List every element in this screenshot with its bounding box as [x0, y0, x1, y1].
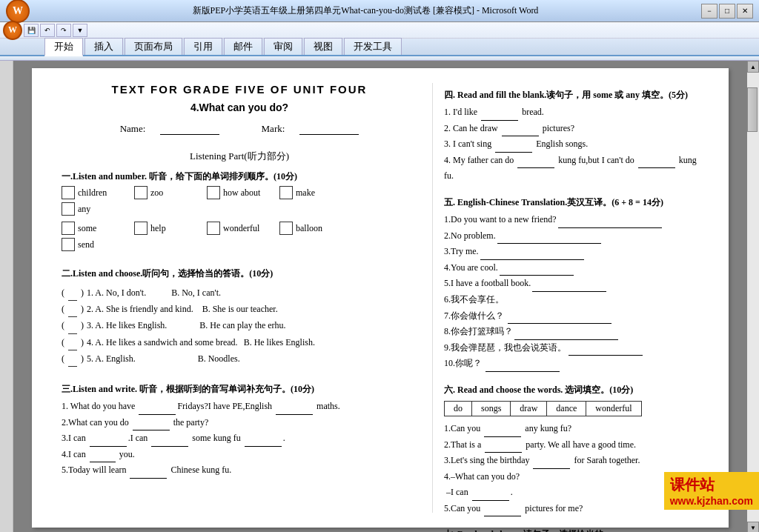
scroll-thumb[interactable] — [747, 87, 758, 132]
tab-review[interactable]: 审阅 — [264, 38, 302, 55]
section1-title: 一.Listen and number. 听音，给下面的单词排列顺序。(10分) — [62, 170, 417, 183]
restore-button[interactable]: □ — [719, 4, 735, 19]
choice-a: 5. A. English. — [87, 352, 136, 366]
word-box — [62, 186, 75, 199]
section5-item7: 7.你会做什么？ — [444, 308, 699, 325]
word-make: make — [296, 187, 315, 199]
title-bar-title: 新版PEP小学英语五年级上册第四单元What-can-you-do测试卷 [兼容… — [30, 4, 701, 17]
paren-left: ( — [62, 302, 64, 316]
tab-reference[interactable]: 引用 — [184, 38, 222, 55]
watermark-line1: 课件站 — [670, 475, 753, 495]
word-item-send: send — [62, 238, 128, 251]
section6-item3: 3.Let's sing the birthday for Sarah toge… — [444, 453, 699, 469]
tab-view[interactable]: 视图 — [304, 38, 342, 55]
section4-item4: 4. My father can do kung fu,but I can't … — [444, 153, 699, 184]
scroll-track[interactable] — [747, 73, 759, 522]
section3-item1: 1. What do you have Fridays?I have PE,En… — [62, 399, 417, 415]
choice-b: B. Noodles. — [198, 352, 240, 366]
title-bar: W 新版PEP小学英语五年级上册第四单元What-can-you-do测试卷 [… — [0, 0, 759, 22]
section6-title: 六. Read and choose the words. 选词填空。(10分) — [444, 384, 699, 396]
word-item-any: any — [62, 202, 128, 216]
title-bar-controls: － □ ✕ — [701, 4, 753, 19]
paren-blank — [68, 319, 77, 333]
choice-a: 3. A. He likes English. — [87, 319, 167, 333]
scroll-up-btn[interactable]: ▲ — [747, 61, 759, 73]
save-btn[interactable]: 💾 — [24, 24, 39, 37]
word-children: children — [78, 187, 107, 199]
tab-layout[interactable]: 页面布局 — [125, 38, 182, 55]
word-help: help — [150, 223, 166, 234]
paren-blank — [68, 336, 77, 350]
quick-access-bar: W 💾 ↶ ↷ ▼ — [0, 22, 759, 39]
paren-right: ) — [81, 286, 84, 300]
word-item-howabout: how about — [207, 186, 274, 199]
main-title: TEXT FOR GRADE FIVE OF UNIT FOUR — [62, 83, 417, 96]
word-item-some: some — [62, 222, 128, 235]
vertical-scrollbar: ▲ ▼ — [747, 61, 759, 532]
section6-item4: 4.–What can you do? — [444, 469, 699, 485]
left-column: TEXT FOR GRADE FIVE OF UNIT FOUR 4.What … — [62, 83, 417, 513]
word-box — [62, 202, 75, 216]
fill-line — [485, 371, 560, 372]
blank — [533, 468, 570, 469]
choice-item-2: ( ) 2. A. She is friendly and kind. B. S… — [62, 302, 417, 317]
choice-item-5: ( ) 5. A. English. B. Noodles. — [62, 352, 417, 367]
scroll-down-btn[interactable]: ▼ — [747, 522, 759, 532]
mark-label: Mark: — [254, 123, 367, 134]
paren-blank — [68, 302, 77, 317]
tab-insert[interactable]: 插入 — [84, 38, 123, 55]
word-item-help: help — [134, 222, 201, 235]
section5-title: 五. English-Chinese Translation.英汉互译。(6 +… — [444, 196, 699, 209]
section3-title: 三.Listen and write. 听音，根据听到的音写单词补充句子。(10… — [62, 383, 417, 396]
blank — [517, 167, 554, 168]
section6-item5: 5.Can you pictures for me? — [444, 501, 699, 517]
section4-title: 四. Read and fill the blank.读句子，用 some 或 … — [444, 89, 699, 102]
redo-btn[interactable]: ↷ — [56, 24, 71, 37]
close-button[interactable]: ✕ — [737, 4, 753, 19]
word-wonderful: wonderful — [586, 401, 641, 416]
paren-left: ( — [62, 352, 64, 366]
paren-left: ( — [62, 319, 64, 333]
section5-item9: 9.我会弹琵琶，我也会说英语。 — [444, 340, 699, 356]
blank — [638, 167, 675, 168]
tab-mail[interactable]: 邮件 — [224, 38, 262, 55]
ribbon-tab-row: 开始 插入 页面布局 引用 邮件 审阅 视图 开发工具 — [0, 39, 759, 56]
undo-btn[interactable]: ↶ — [40, 24, 55, 37]
section5-item10: 10.你呢？ — [444, 356, 699, 372]
word-zoo: zoo — [150, 187, 163, 199]
section5-item4: 4.You are cool. — [444, 260, 699, 276]
word-draw: draw — [511, 401, 547, 416]
word-box — [279, 222, 293, 235]
choice-a: 2. A. She is friendly and kind. — [87, 302, 193, 316]
customize-btn[interactable]: ▼ — [73, 24, 87, 37]
section7-title: 七. Read and choose.读句子，选择恰当的 — [444, 528, 699, 532]
word-send: send — [78, 239, 94, 250]
blank — [276, 414, 313, 415]
choice-item-3: ( ) 3. A. He likes English. B. He can pl… — [62, 319, 417, 333]
choice-section: ( ) 1. A. No, I don't. B. No, I can't. (… — [62, 286, 417, 367]
word-dance: dance — [547, 401, 586, 416]
section3-item2: 2.What can you do the party? — [62, 415, 417, 431]
word-grid-row1: children zoo how about make — [62, 186, 417, 216]
office-logo[interactable]: W — [3, 21, 22, 40]
word-item-wonderful: wonderful — [207, 222, 274, 235]
word-grid-row2: some help wonderful balloon — [62, 222, 417, 251]
blank — [245, 446, 282, 447]
blank — [130, 478, 167, 479]
word-box — [279, 186, 293, 199]
minimize-button[interactable]: － — [701, 4, 717, 19]
choice-a: 4. A. He likes a sandwich and some bread… — [87, 336, 238, 350]
sub-title: 4.What can you do? — [62, 102, 417, 113]
section2-title: 二.Listen and choose.听问句，选择恰当的答语。(10分) — [62, 267, 417, 280]
tab-developer[interactable]: 开发工具 — [344, 38, 402, 55]
word-wonderful: wonderful — [223, 223, 259, 234]
section5-item3: 3.Try me. — [444, 244, 699, 260]
office-button[interactable]: W — [6, 0, 30, 23]
section3-item4: 4.I can you. — [62, 447, 417, 463]
section3-item3: 3.I can .I can some kung fu . — [62, 430, 417, 447]
watermark-line2: www.kjzhan.com — [670, 495, 753, 507]
document-area: TEXT FOR GRADE FIVE OF UNIT FOUR 4.What … — [13, 61, 747, 532]
tab-start[interactable]: 开始 — [44, 38, 83, 56]
section5-item6: 6.我不会享任。 — [444, 292, 699, 308]
word-box — [134, 222, 148, 235]
